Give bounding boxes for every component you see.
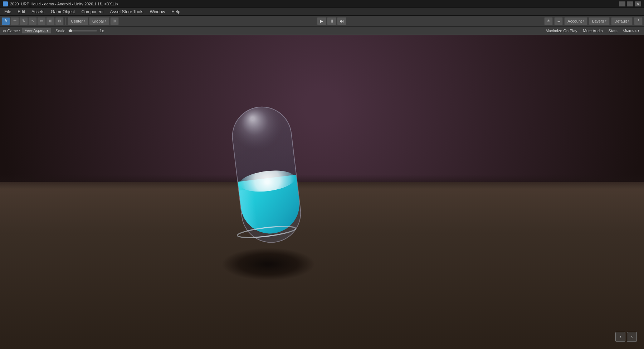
play-button[interactable]: ▶ (317, 17, 326, 25)
global-btn[interactable]: Global ▾ (89, 17, 109, 25)
pause-button[interactable]: ⏸ (327, 17, 336, 25)
default-label: Default (614, 19, 627, 23)
next-arrow[interactable]: › (627, 332, 637, 342)
tool-custom[interactable]: ⊠ (55, 17, 64, 25)
gizmos-btn[interactable]: Gizmos ▾ (622, 28, 641, 33)
minimize-button[interactable]: ─ (619, 1, 625, 6)
layers-label: Layers (592, 19, 604, 23)
account-dropdown[interactable]: Account ▾ (564, 17, 587, 25)
menu-bar: File Edit Assets GameObject Component As… (0, 8, 644, 16)
game-view-right-controls: Maximize On Play Mute Audio Stats Gizmos… (544, 28, 641, 33)
separator-1 (65, 18, 66, 25)
mute-audio-btn[interactable]: Mute Audio (582, 28, 604, 33)
menu-gameobject[interactable]: GameObject (48, 9, 78, 15)
game-icon: ∞ (3, 28, 6, 33)
aspect-dropdown[interactable]: Free Aspect ▾ (22, 28, 51, 34)
grid-btn[interactable]: ⊞ (110, 17, 119, 25)
center-label: Center (71, 19, 83, 23)
maximize-on-play-btn[interactable]: Maximize On Play (544, 28, 579, 33)
game-canvas (0, 35, 644, 349)
game-tab-arrow: ▾ (19, 29, 20, 32)
sun-icon[interactable]: ☀ (544, 17, 553, 25)
toolbar-right: ☀ ☁ Account ▾ Layers ▾ Default ▾ ⋮ (544, 17, 643, 25)
default-dropdown[interactable]: Default ▾ (611, 17, 633, 25)
center-dropdown: ▾ (84, 19, 85, 23)
nav-arrows: ‹ › (615, 332, 637, 342)
tool-move[interactable]: ✛ (10, 17, 19, 25)
window-controls: ─ □ ✕ (619, 1, 641, 6)
stats-btn[interactable]: Stats (607, 28, 619, 33)
menu-asset-store-tools[interactable]: Asset Store Tools (107, 9, 146, 15)
global-dropdown: ▾ (105, 19, 106, 23)
scale-value: 1x (100, 29, 104, 33)
scale-slider[interactable] (68, 30, 97, 31)
more-options[interactable]: ⋮ (634, 17, 643, 25)
prev-arrow[interactable]: ‹ (615, 332, 625, 342)
layers-arrow: ▾ (605, 19, 606, 23)
tool-rect[interactable]: ▭ (37, 17, 46, 25)
tool-group-transform: ✎ ✛ ↻ ⤡ ▭ ⊞ ⊠ (1, 17, 64, 25)
game-view: ‹ › (0, 35, 644, 349)
menu-assets[interactable]: Assets (29, 9, 47, 15)
tool-scale[interactable]: ⤡ (28, 17, 37, 25)
game-tab-label: Game (7, 29, 18, 33)
aspect-label: Free Aspect (24, 28, 45, 33)
cloud-icon[interactable]: ☁ (554, 17, 563, 25)
account-label: Account (567, 19, 582, 23)
scale-thumb (69, 29, 72, 32)
account-arrow: ▾ (583, 19, 584, 23)
game-view-toolbar: ∞ Game ▾ Free Aspect ▾ Scale 1x Maximize… (0, 26, 644, 35)
close-button[interactable]: ✕ (635, 1, 641, 6)
menu-help[interactable]: Help (169, 9, 183, 15)
menu-file[interactable]: File (1, 9, 14, 15)
window-title: 2020_URP_liquid - demo - Android - Unity… (10, 2, 619, 6)
tool-rotate[interactable]: ↻ (19, 17, 28, 25)
maximize-button[interactable]: □ (627, 1, 633, 6)
scale-label: Scale (55, 29, 65, 33)
game-tab[interactable]: ∞ Game ▾ (3, 28, 20, 33)
layers-dropdown[interactable]: Layers ▾ (589, 17, 610, 25)
tool-hand[interactable]: ✎ (1, 17, 10, 25)
step-button[interactable]: ⏭ (337, 17, 346, 25)
menu-component[interactable]: Component (78, 9, 106, 15)
global-label: Global (92, 19, 104, 23)
menu-window[interactable]: Window (147, 9, 168, 15)
center-global-btn[interactable]: Center ▾ (68, 17, 88, 25)
unity-icon (3, 1, 8, 6)
tool-combined[interactable]: ⊞ (46, 17, 55, 25)
playback-controls: ▶ ⏸ ⏭ (317, 17, 346, 25)
menu-edit[interactable]: Edit (15, 9, 28, 15)
default-arrow: ▾ (628, 19, 629, 23)
main-toolbar: ✎ ✛ ↻ ⤡ ▭ ⊞ ⊠ Center ▾ Global ▾ ⊞ ▶ ⏸ ⏭ … (0, 16, 644, 26)
title-bar: 2020_URP_liquid - demo - Android - Unity… (0, 0, 644, 8)
